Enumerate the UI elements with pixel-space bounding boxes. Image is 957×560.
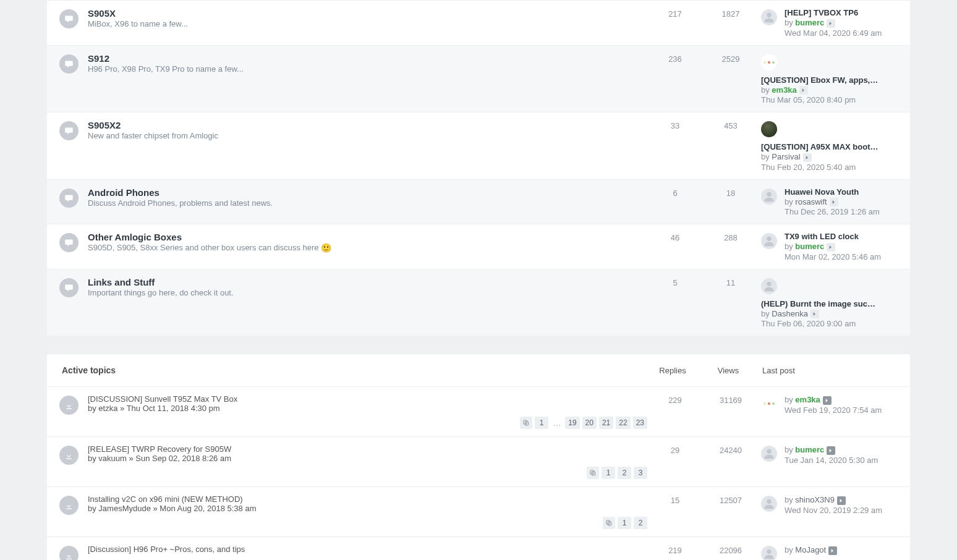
- forums-panel: S905XMiBox, X96 to name a few...2171827[…: [47, 0, 910, 336]
- avatar-default[interactable]: [761, 546, 777, 560]
- column-views: Views: [700, 366, 756, 375]
- topic-title[interactable]: [RELEASE] TWRP Recovery for S905W: [88, 444, 231, 454]
- goto-post-icon[interactable]: [827, 446, 835, 455]
- goto-post-icon[interactable]: [803, 153, 812, 162]
- topic-replies: 229: [647, 394, 703, 405]
- forum-row: Other Amlogic BoxesS905D, S905, S8xx Ser…: [47, 224, 910, 269]
- last-post-user[interactable]: bumerc: [795, 18, 824, 27]
- page-button[interactable]: 22: [616, 417, 630, 429]
- last-post-title[interactable]: [HELP] TVBOX TP6: [785, 8, 898, 17]
- last-post-by: by rosaswift: [785, 197, 898, 207]
- forum-row: Android PhonesDiscuss Android Phones, pr…: [47, 179, 910, 224]
- forum-bubble-icon: [59, 278, 79, 297]
- topic-row: [DISCUSSION] Sunvell T95Z Max TV Boxby e…: [47, 386, 910, 436]
- last-post-by: by em3ka: [785, 395, 898, 405]
- forum-posts-count: 11: [703, 277, 759, 287]
- last-post-date: Mon Mar 02, 2020 5:46 am: [785, 252, 898, 261]
- topic-views: 31169: [703, 394, 759, 405]
- avatar-default[interactable]: [761, 9, 777, 25]
- last-post-title[interactable]: [QUESTION] Ebox FW, apps, smb?: [761, 75, 878, 85]
- topic-pagination: 123: [587, 467, 647, 479]
- page-button[interactable]: 2: [618, 467, 631, 479]
- topic-meta: by vakuum » Sun Sep 02, 2018 8:26 am: [88, 454, 647, 463]
- topic-row: [Discussion] H96 Pro+ ~Pros, cons, and t…: [47, 537, 910, 560]
- avatar-default[interactable]: [761, 446, 777, 462]
- page-button[interactable]: 19: [565, 417, 579, 429]
- goto-post-icon[interactable]: [830, 198, 838, 206]
- topic-author[interactable]: vakuum: [98, 454, 127, 463]
- goto-post-icon[interactable]: [810, 310, 819, 318]
- goto-post-icon[interactable]: [828, 546, 837, 555]
- topic-download-icon: [59, 546, 79, 560]
- forum-title[interactable]: S905X2: [88, 120, 121, 130]
- last-post-user[interactable]: shinoX3N9: [795, 495, 835, 504]
- topic-author[interactable]: JamesMydude: [98, 504, 151, 513]
- forum-title[interactable]: S905X: [88, 8, 116, 19]
- forum-posts-count: 2529: [703, 53, 759, 64]
- topic-title[interactable]: Installing v2C on x96 mini (NEW METHOD): [88, 494, 243, 504]
- avatar-default[interactable]: [761, 233, 777, 249]
- last-post-by: by shinoX3N9: [785, 495, 898, 505]
- topic-views: 12507: [703, 494, 759, 505]
- page-button[interactable]: 21: [599, 417, 613, 429]
- page-button[interactable]: 1: [602, 467, 615, 479]
- goto-post-icon[interactable]: [837, 496, 846, 505]
- topic-replies: 219: [647, 545, 703, 555]
- forum-title[interactable]: Android Phones: [88, 187, 160, 198]
- forum-bubble-icon: [59, 121, 79, 140]
- forum-topics-count: 33: [647, 120, 703, 130]
- topic-replies: 15: [647, 494, 703, 505]
- avatar-default[interactable]: [761, 496, 777, 512]
- last-post-user[interactable]: rosaswift: [795, 197, 827, 206]
- forum-posts-count: 453: [703, 120, 759, 130]
- goto-post-icon[interactable]: [827, 19, 835, 28]
- last-post-by: by MoJagot: [785, 545, 898, 555]
- avatar-default[interactable]: [761, 189, 777, 205]
- last-post-user[interactable]: Dashenka: [772, 309, 808, 318]
- forum-topics-count: 46: [647, 232, 703, 242]
- last-post-user[interactable]: bumerc: [795, 242, 824, 251]
- last-post-title[interactable]: [QUESTION] A95X MAX boot error: [761, 142, 878, 151]
- last-post-title[interactable]: TX9 with LED clock: [785, 232, 898, 241]
- svg-point-12: [767, 549, 771, 554]
- forum-subtitle: MiBox, X96 to name a few...: [88, 19, 647, 28]
- page-button[interactable]: 1: [618, 517, 631, 529]
- avatar-photo[interactable]: [761, 121, 777, 137]
- svg-point-11: [767, 499, 771, 504]
- page-button[interactable]: 20: [582, 417, 597, 429]
- forum-subtitle: New and faster chipset from Amlogic: [88, 131, 647, 140]
- goto-post-icon[interactable]: [823, 396, 832, 405]
- page-button[interactable]: 3: [634, 467, 647, 479]
- last-post-date: Thu Feb 06, 2020 9:00 am: [761, 319, 898, 328]
- page-button[interactable]: 1: [535, 417, 548, 429]
- forum-title[interactable]: Other Amlogic Boxes: [88, 232, 182, 242]
- pagination-icon: [587, 467, 599, 479]
- forum-row: S905XMiBox, X96 to name a few...2171827[…: [47, 0, 910, 45]
- topic-title[interactable]: [DISCUSSION] Sunvell T95Z Max TV Box: [88, 394, 237, 404]
- last-post-user[interactable]: em3ka: [795, 395, 820, 404]
- goto-post-icon[interactable]: [827, 243, 835, 252]
- goto-post-icon[interactable]: [799, 86, 808, 95]
- forum-bubble-icon: [59, 233, 79, 252]
- last-post-date: Wed Feb 19, 2020 7:54 am: [785, 405, 898, 415]
- topic-download-icon: [59, 496, 79, 515]
- topic-author[interactable]: etzka: [98, 404, 117, 413]
- forum-title[interactable]: Links and Stuff: [88, 277, 155, 287]
- forum-bubble-icon: [59, 54, 79, 74]
- last-post-user[interactable]: bumerc: [795, 445, 824, 454]
- last-post-user[interactable]: em3ka: [772, 85, 796, 95]
- topic-title[interactable]: [Discussion] H96 Pro+ ~Pros, cons, and t…: [88, 545, 245, 554]
- forum-row: S905X2New and faster chipset from Amlogi…: [47, 112, 910, 179]
- page-button[interactable]: 2: [634, 517, 647, 529]
- last-post-title[interactable]: (HELP) Burnt the image succes…: [761, 299, 878, 308]
- forum-topics-count: 217: [647, 8, 703, 19]
- last-post-user[interactable]: Parsival: [772, 152, 800, 161]
- last-post-user[interactable]: MoJagot: [795, 545, 826, 554]
- last-post-title[interactable]: Huawei Nova Youth: [785, 187, 898, 197]
- forum-title[interactable]: S912: [88, 53, 109, 64]
- avatar-default[interactable]: [761, 278, 777, 294]
- column-last-post: Last post: [756, 366, 895, 375]
- page-button[interactable]: 23: [633, 417, 647, 429]
- avatar-loading: [761, 396, 777, 412]
- last-post-date: Wed Nov 20, 2019 2:29 am: [785, 506, 898, 515]
